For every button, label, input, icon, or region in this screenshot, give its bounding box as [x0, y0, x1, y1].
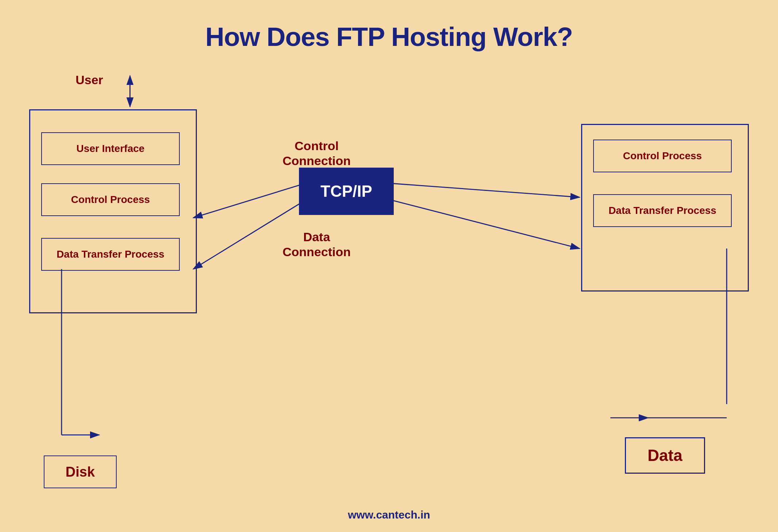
server-box: Control Process Data Transfer Process — [581, 124, 749, 292]
diagram-area: User User Interface Control Process Data… — [0, 66, 778, 510]
server-dtp-box: Data Transfer Process — [593, 194, 732, 227]
tcpip-box: TCP/IP — [299, 168, 394, 215]
data-label: Data — [647, 446, 682, 465]
footer-url: www.cantech.in — [0, 509, 778, 521]
client-cp-label: Control Process — [71, 194, 150, 206]
control-conn-right-arrow — [393, 184, 580, 197]
client-box: User Interface Control Process Data Tran… — [29, 109, 197, 313]
client-dtp-label: Data Transfer Process — [57, 249, 164, 260]
disk-box: Disk — [44, 455, 117, 488]
ctrl-conn-text: ControlConnection — [283, 139, 351, 168]
server-dtp-label: Data Transfer Process — [608, 205, 716, 216]
data-box: Data — [625, 437, 705, 474]
page-title: How Does FTP Hosting Work? — [0, 0, 778, 52]
data-conn-text: DataConnection — [283, 230, 351, 259]
server-cp-label: Control Process — [623, 150, 702, 162]
server-control-process-box: Control Process — [593, 140, 732, 172]
data-conn-right-arrow — [393, 201, 580, 249]
ui-box-label: User Interface — [77, 143, 145, 154]
control-conn-left-arrow — [193, 184, 304, 218]
client-dtp-box: Data Transfer Process — [41, 238, 180, 271]
control-connection-label: ControlConnection — [283, 138, 351, 168]
disk-label: Disk — [66, 464, 95, 480]
tcpip-label: TCP/IP — [320, 182, 372, 200]
user-label: User — [75, 73, 103, 87]
client-control-process-box: Control Process — [41, 183, 180, 216]
ui-box: User Interface — [41, 132, 180, 165]
data-connection-label: DataConnection — [283, 230, 351, 259]
